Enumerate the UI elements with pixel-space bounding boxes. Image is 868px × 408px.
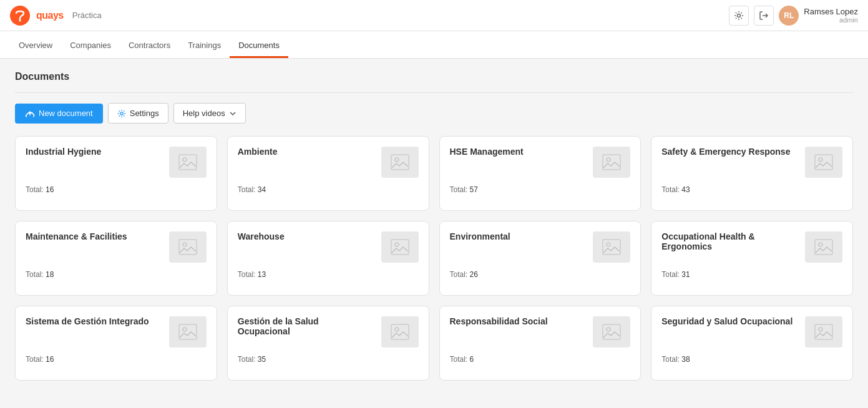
logout-icon-btn[interactable] [754, 6, 774, 26]
quays-logo [10, 6, 30, 26]
document-card[interactable]: Seguridad y Salud Ocupacional Total: 38 [651, 306, 853, 381]
document-card[interactable]: Sistema de Gestión Integrado Total: 16 [15, 306, 217, 381]
avatar: RL [779, 6, 799, 26]
document-card[interactable]: Safety & Emergency Response Total: 43 [651, 136, 853, 211]
svg-rect-15 [391, 240, 409, 255]
logout-icon [759, 11, 769, 21]
svg-rect-27 [815, 324, 832, 339]
nav-overview[interactable]: Overview [10, 34, 61, 58]
settings-gear-icon [117, 109, 126, 118]
document-card[interactable]: Occupational Health & Ergonomics Total: … [651, 221, 853, 296]
card-header: Sistema de Gestión Integrado [26, 316, 207, 347]
workspace-name: Práctica [72, 11, 102, 20]
card-total-value: 57 [470, 185, 478, 194]
card-total-value: 26 [470, 270, 478, 279]
image-placeholder-icon [602, 154, 621, 170]
svg-point-0 [10, 6, 30, 26]
document-card[interactable]: Environmental Total: 26 [439, 221, 641, 296]
document-card[interactable]: HSE Management Total: 57 [439, 136, 641, 211]
card-total: Total: 13 [238, 270, 419, 279]
card-total: Total: 34 [238, 185, 419, 194]
card-header: Occupational Health & Ergonomics [661, 231, 842, 263]
image-placeholder-icon [814, 239, 833, 255]
card-title: Gestión de la Salud Ocupacional [238, 316, 381, 336]
card-total: Total: 18 [26, 270, 207, 279]
page-title: Documents [15, 71, 853, 82]
card-header: Gestión de la Salud Ocupacional [238, 316, 419, 347]
card-total-value: 34 [258, 185, 266, 194]
image-placeholder-icon [178, 239, 197, 255]
card-thumbnail [805, 231, 842, 263]
card-header: Responsabilidad Social [450, 316, 631, 347]
help-videos-label: Help videos [183, 109, 225, 118]
settings-button[interactable]: Settings [108, 103, 168, 124]
page-content: Documents New document Settings Help vid… [0, 59, 868, 393]
header: quays Práctica RL Ramses Lopez admin [0, 0, 868, 31]
logo-area: quays Práctica [10, 6, 102, 26]
card-title: Responsabilidad Social [450, 316, 593, 326]
help-videos-button[interactable]: Help videos [173, 103, 246, 124]
card-title: Seguridad y Salud Ocupacional [661, 316, 805, 326]
card-total-value: 6 [470, 355, 474, 364]
divider [15, 92, 853, 93]
card-total: Total: 38 [661, 355, 842, 364]
card-total: Total: 43 [661, 185, 842, 194]
card-thumbnail [593, 231, 630, 263]
document-card[interactable]: Warehouse Total: 13 [227, 221, 429, 296]
card-header: Safety & Emergency Response [661, 147, 842, 178]
card-title: Ambiente [238, 147, 381, 157]
new-document-button[interactable]: New document [15, 104, 103, 124]
document-card[interactable]: Industrial Hygiene Total: 16 [15, 136, 217, 211]
nav-trainings[interactable]: Trainings [179, 34, 230, 58]
card-total: Total: 6 [450, 355, 631, 364]
nav-documents[interactable]: Documents [230, 34, 288, 58]
document-card[interactable]: Maintenance & Facilities Total: 18 [15, 221, 217, 296]
nav-contractors[interactable]: Contractors [120, 34, 179, 58]
settings-icon-btn[interactable] [729, 6, 749, 26]
card-header: Seguridad y Salud Ocupacional [661, 316, 842, 347]
card-title: Maintenance & Facilities [26, 231, 169, 241]
card-total-value: 16 [46, 185, 54, 194]
image-placeholder-icon [391, 239, 409, 255]
card-header: Warehouse [238, 231, 419, 263]
chevron-down-icon [229, 110, 237, 117]
card-title: Safety & Emergency Response [661, 147, 805, 157]
card-total: Total: 16 [26, 355, 207, 364]
card-thumbnail [593, 147, 630, 178]
image-placeholder-icon [814, 324, 833, 340]
card-total-value: 16 [46, 355, 54, 364]
card-thumbnail [805, 316, 842, 347]
card-total-value: 31 [681, 270, 690, 279]
document-card[interactable]: Gestión de la Salud Ocupacional Total: 3… [227, 306, 429, 381]
image-placeholder-icon [814, 154, 833, 170]
card-total-value: 18 [46, 270, 54, 279]
card-thumbnail [381, 231, 419, 263]
svg-rect-9 [603, 155, 620, 170]
document-card[interactable]: Ambiente Total: 34 [227, 136, 429, 211]
card-title: Occupational Health & Ergonomics [661, 231, 805, 251]
app-name: quays [36, 10, 64, 21]
cloud-upload-icon [25, 109, 35, 119]
card-header: Industrial Hygiene [26, 147, 207, 178]
card-header: Environmental [450, 231, 631, 263]
image-placeholder-icon [602, 239, 621, 255]
svg-rect-13 [179, 240, 197, 255]
svg-rect-19 [815, 240, 832, 255]
card-thumbnail [381, 316, 419, 347]
svg-point-4 [120, 112, 123, 114]
card-header: Ambiente [238, 147, 419, 178]
header-right: RL Ramses Lopez admin [729, 6, 858, 26]
svg-rect-5 [179, 155, 197, 170]
user-area[interactable]: RL Ramses Lopez admin [779, 6, 858, 26]
user-info: Ramses Lopez admin [804, 7, 858, 24]
card-total: Total: 35 [238, 355, 419, 364]
document-card[interactable]: Responsabilidad Social Total: 6 [439, 306, 641, 381]
card-header: HSE Management [450, 147, 631, 178]
settings-label: Settings [130, 109, 159, 118]
svg-rect-7 [391, 155, 409, 170]
nav-companies[interactable]: Companies [61, 34, 120, 58]
svg-rect-11 [815, 155, 832, 170]
card-total: Total: 31 [661, 270, 842, 279]
card-title: HSE Management [450, 147, 593, 157]
card-thumbnail [169, 147, 207, 178]
